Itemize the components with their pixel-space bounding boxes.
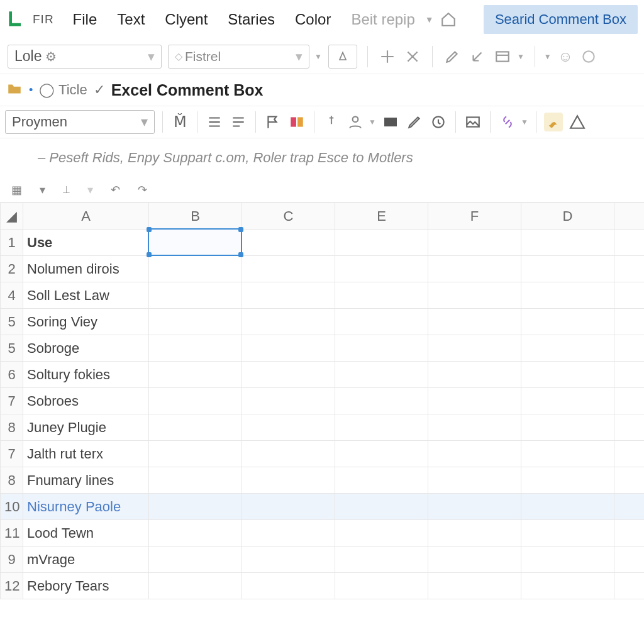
- cell[interactable]: Lood Tewn: [23, 520, 149, 547]
- cell[interactable]: [428, 362, 521, 388]
- cell[interactable]: [335, 335, 428, 362]
- link-icon[interactable]: [498, 113, 517, 131]
- chevron-down-icon[interactable]: ▼: [314, 52, 322, 61]
- cell[interactable]: Sobroes: [23, 388, 149, 414]
- cell[interactable]: mVrage: [23, 547, 149, 573]
- table-row[interactable]: 4Soll Lest Law: [1, 282, 645, 309]
- row-header[interactable]: 11: [1, 520, 23, 547]
- cell[interactable]: Nolumen dirois: [23, 256, 149, 282]
- table-row[interactable]: 8Juney Plugie: [1, 414, 645, 441]
- font-size-box[interactable]: [328, 45, 357, 69]
- undo-icon[interactable]: ↶: [111, 183, 120, 197]
- cell[interactable]: [521, 414, 614, 441]
- cell[interactable]: [521, 547, 614, 573]
- name-box[interactable]: Proymen ▾: [5, 110, 155, 134]
- row-header[interactable]: 6: [1, 362, 23, 388]
- crosshair-icon[interactable]: [378, 47, 397, 66]
- col-header-c[interactable]: C: [242, 203, 335, 230]
- cell[interactable]: [149, 547, 242, 573]
- cell[interactable]: [242, 256, 335, 282]
- cell[interactable]: [149, 309, 242, 335]
- row-header[interactable]: 10: [1, 494, 23, 520]
- grid-icon[interactable]: ▦: [11, 183, 22, 197]
- row-header[interactable]: 7: [1, 388, 23, 414]
- spreadsheet[interactable]: ◢ A B C E F D N 1Use2Nolumen dirois4Soll…: [0, 203, 644, 599]
- cell[interactable]: [242, 335, 335, 362]
- cell[interactable]: [614, 441, 645, 467]
- close-icon[interactable]: [403, 47, 422, 66]
- cell[interactable]: [614, 494, 645, 520]
- table-row[interactable]: 10Nisurney Paole: [1, 494, 645, 520]
- cell[interactable]: [614, 573, 645, 599]
- circle-icon[interactable]: [579, 47, 598, 66]
- cell[interactable]: [428, 388, 521, 414]
- table-row[interactable]: 9mVrage: [1, 547, 645, 573]
- menu-staries[interactable]: Staries: [220, 8, 282, 31]
- cell[interactable]: [149, 256, 242, 282]
- chevron-down-icon[interactable]: ▾: [40, 183, 45, 197]
- cell[interactable]: [242, 467, 335, 494]
- cell[interactable]: [335, 520, 428, 547]
- cell[interactable]: [521, 494, 614, 520]
- cell[interactable]: [521, 256, 614, 282]
- folder-icon[interactable]: [6, 80, 23, 99]
- cell[interactable]: [242, 414, 335, 441]
- table-row[interactable]: 5Soring Viey: [1, 309, 645, 335]
- cell[interactable]: [242, 230, 335, 256]
- cell[interactable]: [335, 467, 428, 494]
- cell[interactable]: Sobroge: [23, 335, 149, 362]
- layout-icon[interactable]: [493, 47, 512, 66]
- cell[interactable]: [335, 494, 428, 520]
- cell[interactable]: [428, 335, 521, 362]
- cell[interactable]: [428, 494, 521, 520]
- style-select[interactable]: Lole ⚙ ▾: [8, 45, 162, 69]
- cell[interactable]: [614, 547, 645, 573]
- table-row[interactable]: 12Rebory Tears: [1, 573, 645, 599]
- cell[interactable]: [335, 282, 428, 309]
- cell[interactable]: [242, 494, 335, 520]
- cell[interactable]: [521, 573, 614, 599]
- cell[interactable]: [335, 230, 428, 256]
- align-justify-icon[interactable]: [229, 113, 248, 131]
- menu-file[interactable]: File: [65, 8, 105, 31]
- cell[interactable]: [428, 230, 521, 256]
- row-header[interactable]: 9: [1, 547, 23, 573]
- cell[interactable]: [335, 256, 428, 282]
- cell[interactable]: [335, 309, 428, 335]
- cell[interactable]: [521, 388, 614, 414]
- col-header-n[interactable]: N: [614, 203, 645, 230]
- grid-table[interactable]: ◢ A B C E F D N 1Use2Nolumen dirois4Soll…: [0, 203, 644, 599]
- cell[interactable]: [521, 230, 614, 256]
- cell[interactable]: [428, 520, 521, 547]
- cell[interactable]: [614, 256, 645, 282]
- cell[interactable]: Use: [23, 230, 149, 256]
- col-header-f[interactable]: F: [428, 203, 521, 230]
- cell[interactable]: Juney Plugie: [23, 414, 149, 441]
- split-cell-icon[interactable]: [287, 113, 306, 131]
- cell[interactable]: [242, 520, 335, 547]
- col-header-b[interactable]: B: [149, 203, 242, 230]
- chevron-down-icon[interactable]: ▼: [425, 14, 434, 25]
- cell[interactable]: [428, 467, 521, 494]
- cell[interactable]: [149, 335, 242, 362]
- cell[interactable]: [242, 362, 335, 388]
- cell[interactable]: [521, 309, 614, 335]
- cell[interactable]: [614, 362, 645, 388]
- cell[interactable]: [149, 414, 242, 441]
- cell[interactable]: [428, 441, 521, 467]
- chevron-down-icon[interactable]: ▼: [544, 52, 552, 61]
- cell[interactable]: [614, 230, 645, 256]
- brush-icon[interactable]: [544, 113, 563, 131]
- cell[interactable]: [335, 414, 428, 441]
- cell[interactable]: [149, 282, 242, 309]
- row-header[interactable]: 4: [1, 282, 23, 309]
- image-icon[interactable]: [464, 113, 482, 131]
- fill-color-icon[interactable]: [381, 113, 400, 131]
- menu-clyent[interactable]: Clyent: [157, 8, 215, 31]
- row-header[interactable]: 8: [1, 467, 23, 494]
- row-header[interactable]: 2: [1, 256, 23, 282]
- chevron-down-icon[interactable]: ▼: [369, 118, 376, 126]
- cell[interactable]: [428, 309, 521, 335]
- cell[interactable]: [335, 388, 428, 414]
- table-row[interactable]: 2Nolumen dirois: [1, 256, 645, 282]
